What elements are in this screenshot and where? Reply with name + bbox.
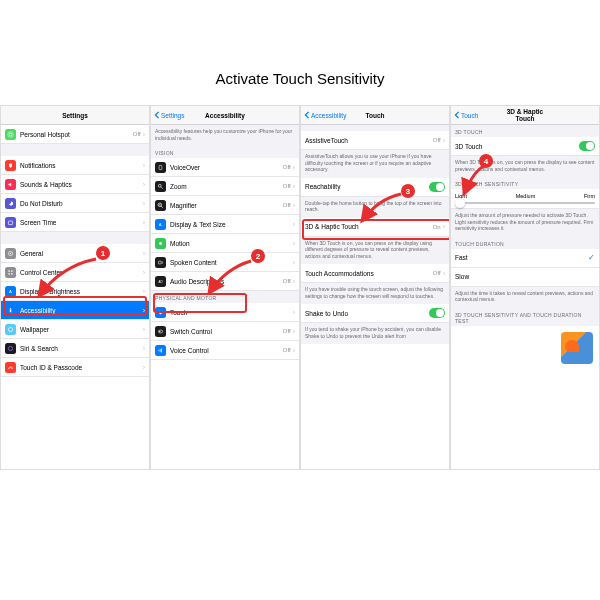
- svg-point-1: [8, 131, 14, 137]
- description: If you have trouble using the touch scre…: [301, 283, 449, 304]
- chevron-right-icon: ›: [143, 364, 145, 371]
- cell-voiceover[interactable]: VoiceOverOff›: [151, 158, 299, 177]
- cell-screen-time[interactable]: Screen Time›: [1, 213, 149, 232]
- chevron-right-icon: ›: [443, 223, 445, 230]
- description: Accessibility features help you customiz…: [151, 125, 299, 146]
- cell-accommodations[interactable]: Touch AccommodationsOff›: [301, 264, 449, 283]
- cell-3dtouch-toggle[interactable]: 3D Touch: [451, 137, 599, 156]
- cell-shake[interactable]: Shake to Undo: [301, 304, 449, 323]
- step-badge-2: 2: [251, 249, 265, 263]
- cell-siri[interactable]: Siri & Search›: [1, 339, 149, 358]
- svg-rect-2: [9, 163, 12, 167]
- header: SettingsAccessibility: [151, 106, 299, 125]
- back-button[interactable]: Accessibility: [304, 111, 351, 119]
- section-vision: VISION: [151, 146, 299, 158]
- svg-rect-3: [10, 166, 11, 167]
- cell-touchid[interactable]: Touch ID & Passcode›: [1, 358, 149, 377]
- cell-reachability[interactable]: Reachability: [301, 178, 449, 197]
- svg-point-12: [10, 308, 11, 309]
- cell-notifications[interactable]: Notifications›: [1, 156, 149, 175]
- cell-sounds[interactable]: Sounds & Haptics›: [1, 175, 149, 194]
- chevron-right-icon: ›: [293, 183, 295, 190]
- chevron-right-icon: ›: [143, 200, 145, 207]
- cell-slow[interactable]: Slow: [451, 268, 599, 287]
- cell-general[interactable]: General›: [1, 244, 149, 263]
- cell-magnifier[interactable]: MagnifierOff›: [151, 196, 299, 215]
- cell-wallpaper[interactable]: Wallpaper›: [1, 320, 149, 339]
- test-photo[interactable]: [561, 332, 593, 364]
- back-button[interactable]: Settings: [154, 111, 201, 119]
- chevron-right-icon: ›: [293, 278, 295, 285]
- accessibility-panel: SettingsAccessibility Accessibility feat…: [150, 105, 300, 470]
- svg-point-6: [10, 252, 11, 253]
- cell-3d-haptic[interactable]: 3D & Haptic TouchOn›: [301, 218, 449, 237]
- svg-rect-9: [8, 273, 9, 274]
- display-icon: A: [5, 286, 16, 297]
- voice-control-icon: [155, 345, 166, 356]
- chevron-right-icon: ›: [143, 326, 145, 333]
- cell-display[interactable]: ADisplay & Brightness›: [1, 282, 149, 301]
- svg-rect-4: [8, 221, 12, 225]
- chevron-right-icon: ›: [143, 250, 145, 257]
- cell-touch[interactable]: Touch›: [151, 303, 299, 322]
- chevron-right-icon: ›: [143, 269, 145, 276]
- chevron-right-icon: ›: [293, 164, 295, 171]
- header-title: Settings: [4, 112, 146, 119]
- chevron-right-icon: ›: [293, 347, 295, 354]
- cell-fast[interactable]: Fast✓: [451, 249, 599, 268]
- slider-track[interactable]: [455, 202, 595, 204]
- sounds-icon: [5, 179, 16, 190]
- cell-motion[interactable]: Motion›: [151, 234, 299, 253]
- svg-rect-7: [8, 270, 9, 271]
- description: AssistiveTouch allows you to use your iP…: [301, 150, 449, 178]
- shake-toggle[interactable]: [429, 308, 445, 318]
- reachability-toggle[interactable]: [429, 182, 445, 192]
- svg-rect-10: [11, 273, 12, 274]
- cell-dnd[interactable]: Do Not Disturb›: [1, 194, 149, 213]
- chevron-right-icon: ›: [143, 307, 145, 314]
- svg-line-19: [161, 206, 162, 207]
- cell-control-center[interactable]: Control Center›: [1, 263, 149, 282]
- section-motor: PHYSICAL AND MOTOR: [151, 291, 299, 303]
- header-title: 3D & Haptic Touch: [501, 108, 548, 122]
- description: If you tend to shake your iPhone by acci…: [301, 323, 449, 344]
- general-icon: [5, 248, 16, 259]
- test-area: [451, 326, 599, 370]
- section-sensitivity: 3D TOUCH SENSITIVITY: [451, 177, 599, 189]
- svg-text:AD: AD: [159, 279, 163, 283]
- chevron-right-icon: ›: [293, 328, 295, 335]
- cell-zoom[interactable]: ZoomOff›: [151, 177, 299, 196]
- spoken-icon: [155, 257, 166, 268]
- touch-icon: [155, 307, 166, 318]
- motion-icon: [155, 238, 166, 249]
- wallpaper-icon: [5, 324, 16, 335]
- svg-point-28: [159, 330, 160, 331]
- cell-display-text[interactable]: AADisplay & Text Size›: [151, 215, 299, 234]
- svg-rect-30: [160, 349, 161, 352]
- chevron-right-icon: ›: [293, 259, 295, 266]
- cell-accessibility[interactable]: Accessibility›: [1, 301, 149, 320]
- description: Adjust the time it takes to reveal conte…: [451, 287, 599, 308]
- chevron-right-icon: ›: [143, 162, 145, 169]
- chevron-right-icon: ›: [293, 309, 295, 316]
- back-button[interactable]: Touch: [454, 111, 501, 119]
- cell-assistive[interactable]: AssistiveTouchOff›: [301, 131, 449, 150]
- chevron-right-icon: ›: [143, 131, 145, 138]
- svg-rect-29: [158, 349, 159, 350]
- description: Double-tap the home button to bring the …: [301, 197, 449, 218]
- step-badge-3: 3: [401, 184, 415, 198]
- settings-panel: Settings Personal HotspotOff› Notificati…: [0, 105, 150, 470]
- hotspot-icon: [5, 129, 16, 140]
- svg-point-24: [159, 242, 162, 245]
- cell-voice-control[interactable]: Voice ControlOff›: [151, 341, 299, 360]
- 3dtouch-toggle[interactable]: [579, 141, 595, 151]
- separator: [1, 144, 149, 156]
- cell-switch[interactable]: Switch ControlOff›: [151, 322, 299, 341]
- header: AccessibilityTouch: [301, 106, 449, 125]
- svg-rect-31: [161, 348, 162, 352]
- cell-personal-hotspot[interactable]: Personal HotspotOff›: [1, 125, 149, 144]
- cell-audio-desc[interactable]: ADAudio DescriptionsOff›: [151, 272, 299, 291]
- text-size-icon: AA: [155, 219, 166, 230]
- sensitivity-slider[interactable]: LightMediumFirm: [451, 189, 599, 209]
- cell-spoken[interactable]: Spoken Content›: [151, 253, 299, 272]
